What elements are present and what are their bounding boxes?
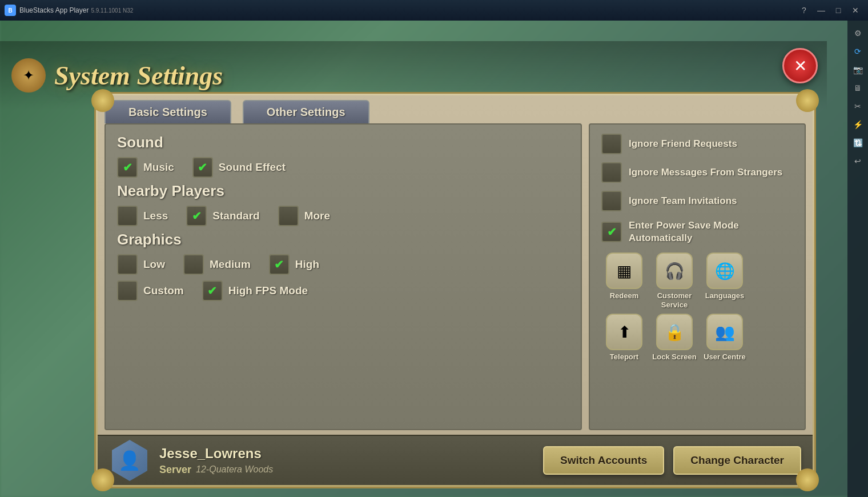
low-checkbox[interactable] (117, 254, 138, 275)
corner-decoration-tl (91, 89, 114, 112)
sidebar-icon-6[interactable]: ⚡ (850, 117, 866, 133)
sound-effect-checkmark: ✔ (198, 161, 207, 174)
sidebar-icon-1[interactable]: ⚙ (850, 25, 866, 41)
server-label: Server (159, 464, 191, 476)
corner-decoration-tr (796, 89, 819, 112)
help-button[interactable]: ? (796, 2, 812, 18)
low-checkbox-item: Low (117, 254, 165, 275)
standard-checkmark: ✔ (192, 209, 202, 223)
ignore-friend-row: Ignore Friend Requests (601, 134, 793, 154)
medium-label: Medium (210, 258, 251, 271)
sidebar-icon-8[interactable]: ↩ (850, 153, 866, 169)
titlebar: B BlueStacks App Player 5.9.11.1001 N32 … (0, 0, 868, 21)
ignore-team-row: Ignore Team Invitations (601, 191, 793, 211)
music-label: Music (143, 161, 174, 174)
low-label: Low (143, 258, 165, 271)
window-close-button[interactable]: ✕ (847, 2, 863, 18)
teleport-icon: ⬆ (606, 314, 642, 350)
settings-panel: Basic Settings Other Settings Sound ✔ Mu… (94, 92, 816, 488)
nearby-options-row: Less ✔ Standard More (117, 206, 569, 226)
other-settings-panel: Ignore Friend Requests Ignore Messages F… (589, 123, 806, 430)
graphics-section-title: Graphics (117, 231, 569, 248)
more-checkbox-item: More (278, 206, 330, 226)
languages-button[interactable]: 🌐 Languages (702, 252, 748, 309)
music-checkbox[interactable]: ✔ (117, 157, 138, 178)
sound-section-title: Sound (117, 134, 569, 151)
custom-checkbox[interactable] (117, 280, 138, 301)
redeem-label: Redeem (610, 291, 639, 300)
page-title: System Settings (54, 61, 223, 91)
customer-service-button[interactable]: 🎧 CustomerService (652, 252, 697, 309)
game-title-icon: ✦ (11, 58, 46, 93)
music-checkbox-item: ✔ Music (117, 157, 174, 178)
corner-decoration-br (796, 468, 819, 491)
medium-checkbox-item: Medium (183, 254, 251, 275)
sidebar-icon-4[interactable]: 🖥 (850, 80, 866, 96)
minimize-button[interactable]: — (813, 2, 829, 18)
high-checkmark: ✔ (274, 258, 284, 271)
sidebar-icon-7[interactable]: 🔃 (850, 135, 866, 151)
ignore-friend-checkbox[interactable] (601, 134, 622, 154)
standard-checkbox[interactable]: ✔ (186, 206, 207, 226)
user-centre-label: User Centre (704, 352, 746, 362)
bottom-bar: 👤 Jesse_Lowrens Server 12-Quatera Woods … (98, 435, 813, 485)
lock-screen-button[interactable]: 🔒 Lock Screen (652, 314, 697, 362)
power-save-row: ✔ Enter Power Save Mode Automatically (601, 219, 793, 245)
user-centre-button[interactable]: 👥 User Centre (702, 314, 748, 362)
medium-checkbox[interactable] (183, 254, 204, 275)
languages-icon: 🌐 (706, 252, 743, 289)
teleport-label: Teleport (610, 352, 638, 362)
redeem-icon: ▦ (606, 252, 642, 289)
ignore-messages-row: Ignore Messages From Strangers (601, 162, 793, 183)
basic-settings-panel: Sound ✔ Music ✔ Sound Effect (105, 123, 582, 430)
more-checkbox[interactable] (278, 206, 299, 226)
high-fps-checkmark: ✔ (207, 284, 217, 298)
window-controls: ? — □ ✕ (796, 2, 863, 18)
custom-label: Custom (143, 284, 184, 297)
standard-checkbox-item: ✔ Standard (186, 206, 259, 226)
high-checkbox[interactable]: ✔ (269, 254, 290, 275)
custom-checkbox-item: Custom (117, 280, 184, 301)
graphics-options-row-1: Low Medium ✔ High (117, 254, 569, 275)
user-info: Jesse_Lowrens Server 12-Quatera Woods (159, 446, 534, 476)
less-checkbox[interactable] (117, 206, 138, 226)
redeem-button[interactable]: ▦ Redeem (601, 252, 647, 309)
less-label: Less (143, 210, 168, 222)
tab-other-settings[interactable]: Other Settings (243, 100, 369, 123)
high-fps-checkbox[interactable]: ✔ (202, 280, 223, 301)
app-version: 5.9.11.1001 N32 (91, 7, 133, 14)
ignore-messages-checkbox[interactable] (601, 162, 622, 183)
sound-effect-label: Sound Effect (219, 161, 286, 174)
customer-service-label: CustomerService (657, 291, 692, 309)
sidebar-icon-5[interactable]: ✂ (850, 98, 866, 114)
less-checkbox-item: Less (117, 206, 168, 226)
ignore-friend-label: Ignore Friend Requests (629, 138, 737, 150)
panels-row: Sound ✔ Music ✔ Sound Effect (98, 123, 813, 435)
sidebar-icon-3[interactable]: 📷 (850, 62, 866, 78)
tab-basic-settings[interactable]: Basic Settings (105, 100, 231, 123)
power-save-checkbox[interactable]: ✔ (601, 222, 622, 242)
switch-accounts-button[interactable]: Switch Accounts (543, 446, 664, 475)
maximize-button[interactable]: □ (830, 2, 846, 18)
corner-decoration-bl (91, 468, 114, 491)
settings-close-button[interactable]: ✕ (782, 48, 818, 83)
avatar: 👤 (109, 440, 150, 481)
high-fps-label: High FPS Mode (228, 284, 308, 297)
tab-row: Basic Settings Other Settings (98, 95, 813, 123)
sound-effect-checkbox-item: ✔ Sound Effect (192, 157, 286, 178)
music-checkmark: ✔ (123, 161, 132, 174)
server-value: 12-Quatera Woods (196, 464, 273, 475)
power-save-checkmark: ✔ (607, 225, 617, 239)
power-save-label: Enter Power Save Mode Automatically (629, 219, 793, 245)
lock-screen-label: Lock Screen (652, 352, 696, 362)
sound-options-row: ✔ Music ✔ Sound Effect (117, 157, 569, 178)
teleport-button[interactable]: ⬆ Teleport (601, 314, 647, 362)
sound-effect-checkbox[interactable]: ✔ (192, 157, 213, 178)
settings-inner: Basic Settings Other Settings Sound ✔ Mu… (98, 95, 813, 485)
nearby-section-title: Nearby Players (117, 182, 569, 200)
ignore-team-label: Ignore Team Invitations (629, 195, 737, 207)
high-fps-checkbox-item: ✔ High FPS Mode (202, 280, 308, 301)
change-character-button[interactable]: Change Character (673, 446, 801, 475)
ignore-team-checkbox[interactable] (601, 191, 622, 211)
sidebar-icon-2[interactable]: ⟳ (850, 43, 866, 59)
